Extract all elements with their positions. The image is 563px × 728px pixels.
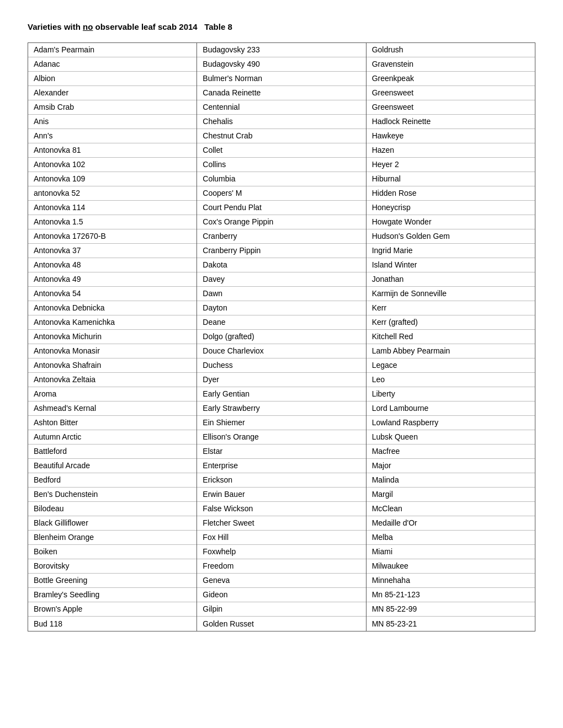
list-item: Minnehaha xyxy=(367,574,535,588)
list-item: Antonovka 109 xyxy=(28,172,196,186)
list-item: Budagovsky 233 xyxy=(197,43,365,57)
list-item: Antonovka 48 xyxy=(28,258,196,272)
list-item: Chestnut Crab xyxy=(197,129,365,143)
list-item: Beautiful Arcade xyxy=(28,459,196,473)
list-item: Major xyxy=(367,459,535,473)
list-item: Hiburnal xyxy=(367,172,535,186)
list-item: Antonovka Monasir xyxy=(28,344,196,358)
list-item: Blenheim Orange xyxy=(28,531,196,545)
list-item: Antonovka 102 xyxy=(28,158,196,172)
list-item: Coopers' M xyxy=(197,186,365,201)
list-item: Kerr xyxy=(367,301,535,315)
list-item: Adam's Pearmain xyxy=(28,43,196,57)
list-item: MN 85-22-99 xyxy=(367,602,535,617)
list-item: Fletcher Sweet xyxy=(197,516,365,531)
varieties-table: Adam's PearmainAdanacAlbionAlexanderAmsi… xyxy=(28,42,535,631)
list-item: Columbia xyxy=(197,172,365,186)
list-item: Gilpin xyxy=(197,602,365,617)
list-item: Chehalis xyxy=(197,115,365,129)
list-item: Hudson's Golden Gem xyxy=(367,229,535,244)
list-item: Ingrid Marie xyxy=(367,244,535,258)
list-item: Autumn Arctic xyxy=(28,430,196,445)
list-item: Gravenstein xyxy=(367,57,535,72)
list-item: Douce Charleviox xyxy=(197,344,365,358)
list-item: Duchess xyxy=(197,358,365,373)
list-item: Honeycrisp xyxy=(367,201,535,215)
list-item: Karmijn de Sonneville xyxy=(367,287,535,301)
list-item: Enterprise xyxy=(197,459,365,473)
list-item: Ashmead's Kernal xyxy=(28,402,196,416)
list-item: Margil xyxy=(367,488,535,502)
list-item: Antonovka Michurin xyxy=(28,330,196,344)
list-item: Malinda xyxy=(367,473,535,488)
list-item: Antonovka Debnicka xyxy=(28,301,196,315)
list-item: Black Gilliflower xyxy=(28,516,196,531)
list-item: Goldrush xyxy=(367,43,535,57)
list-item: Adanac xyxy=(28,57,196,72)
list-item: Greensweet xyxy=(367,86,535,100)
list-item: Hazen xyxy=(367,143,535,158)
list-item: Leo xyxy=(367,373,535,387)
list-item: Melba xyxy=(367,531,535,545)
column-3: GoldrushGravensteinGreenkpeakGreensweetG… xyxy=(367,43,535,631)
list-item: Cranberry xyxy=(197,229,365,244)
list-item: Ashton Bitter xyxy=(28,416,196,430)
list-item: Ann's xyxy=(28,129,196,143)
list-item: Early Gentian xyxy=(197,387,365,402)
list-item: Golden Russet xyxy=(197,617,365,631)
list-item: Liberty xyxy=(367,387,535,402)
list-item: Milwaukee xyxy=(367,559,535,574)
list-item: Greensweet xyxy=(367,100,535,115)
list-item: Ben's Duchenstein xyxy=(28,488,196,502)
list-item: Alexander xyxy=(28,86,196,100)
column-1: Adam's PearmainAdanacAlbionAlexanderAmsi… xyxy=(28,43,197,631)
list-item: Deane xyxy=(197,315,365,330)
list-item: Elstar xyxy=(197,445,365,459)
list-item: Bulmer's Norman xyxy=(197,72,365,86)
list-item: Bilodeau xyxy=(28,502,196,516)
list-item: Lord Lambourne xyxy=(367,402,535,416)
list-item: Greenkpeak xyxy=(367,72,535,86)
list-item: Gideon xyxy=(197,588,365,602)
list-item: Bud 118 xyxy=(28,617,196,631)
page-title: Varieties with no observable leaf scab 2… xyxy=(28,22,535,31)
list-item: Aroma xyxy=(28,387,196,402)
list-item: Hidden Rose xyxy=(367,186,535,201)
list-item: Antonovka Zeltaia xyxy=(28,373,196,387)
list-item: antonovka 52 xyxy=(28,186,196,201)
list-item: Anis xyxy=(28,115,196,129)
list-item: Kitchell Red xyxy=(367,330,535,344)
list-item: Amsib Crab xyxy=(28,100,196,115)
list-item: Canada Reinette xyxy=(197,86,365,100)
list-item: Freedom xyxy=(197,559,365,574)
list-item: Antonovka Kamenichka xyxy=(28,315,196,330)
list-item: Bottle Greening xyxy=(28,574,196,588)
list-item: Battleford xyxy=(28,445,196,459)
list-item: Ein Shiemer xyxy=(197,416,365,430)
list-item: Bedford xyxy=(28,473,196,488)
list-item: Davey xyxy=(197,272,365,287)
list-item: McClean xyxy=(367,502,535,516)
list-item: Borovitsky xyxy=(28,559,196,574)
list-item: Hadlock Reinette xyxy=(367,115,535,129)
list-item: Antonovka 49 xyxy=(28,272,196,287)
list-item: Macfree xyxy=(367,445,535,459)
list-item: Early Strawberry xyxy=(197,402,365,416)
list-item: MN 85-23-21 xyxy=(367,617,535,631)
list-item: Howgate Wonder xyxy=(367,215,535,229)
list-item: Cranberry Pippin xyxy=(197,244,365,258)
list-item: Erwin Bauer xyxy=(197,488,365,502)
list-item: Dakota xyxy=(197,258,365,272)
list-item: Jonathan xyxy=(367,272,535,287)
list-item: Antonovka Shafrain xyxy=(28,358,196,373)
list-item: Dyer xyxy=(197,373,365,387)
list-item: Dayton xyxy=(197,301,365,315)
list-item: Antonovka 1.5 xyxy=(28,215,196,229)
list-item: False Wickson xyxy=(197,502,365,516)
list-item: Geneva xyxy=(197,574,365,588)
list-item: Erickson xyxy=(197,473,365,488)
list-item: Centennial xyxy=(197,100,365,115)
list-item: Boiken xyxy=(28,545,196,559)
list-item: Fox Hill xyxy=(197,531,365,545)
list-item: Cox's Orange Pippin xyxy=(197,215,365,229)
